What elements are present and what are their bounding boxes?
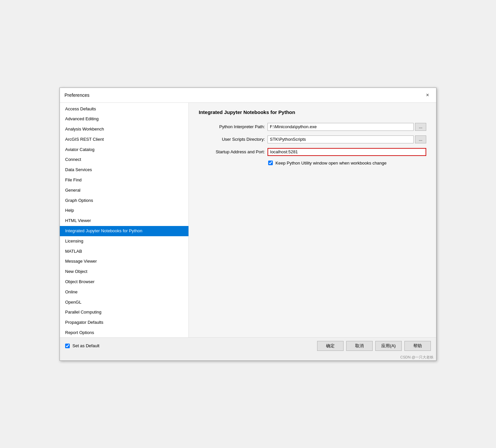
- set-as-default-label: Set as Default: [72, 343, 100, 348]
- preferences-window: Preferences × Access DefaultsAdvanced Ed…: [60, 88, 436, 361]
- user-scripts-label: User Scripts Directory:: [199, 137, 265, 142]
- footer: Set as Default 确定取消应用(A)帮助: [60, 337, 436, 354]
- user-scripts-input[interactable]: [268, 135, 414, 143]
- sidebar-item-13[interactable]: Licensing: [60, 236, 188, 246]
- window-body: Access DefaultsAdvanced EditingAnalysis …: [60, 103, 436, 360]
- user-scripts-browse-button[interactable]: ...: [415, 135, 426, 143]
- apply-button[interactable]: 应用(A): [375, 341, 402, 351]
- sidebar-item-17[interactable]: Object Browser: [60, 277, 188, 287]
- sidebar-item-22[interactable]: Report Options: [60, 328, 188, 337]
- window-title: Preferences: [64, 93, 89, 98]
- keep-window-checkbox[interactable]: [268, 161, 273, 165]
- keep-window-row: Keep Python Utility window open when wor…: [268, 161, 426, 166]
- help-button[interactable]: 帮助: [404, 341, 431, 351]
- sidebar: Access DefaultsAdvanced EditingAnalysis …: [60, 103, 189, 337]
- cancel-button[interactable]: 取消: [346, 341, 373, 351]
- ok-button[interactable]: 确定: [317, 341, 344, 351]
- watermark: CSDN @一只大老铁: [60, 354, 436, 360]
- sidebar-item-8[interactable]: General: [60, 185, 188, 196]
- sidebar-item-10[interactable]: Help: [60, 205, 188, 216]
- sidebar-item-4[interactable]: Aviator Catalog: [60, 145, 188, 155]
- sidebar-item-18[interactable]: Online: [60, 287, 188, 297]
- python-interpreter-label: Python Interpreter Path:: [199, 124, 265, 129]
- sidebar-item-5[interactable]: Connect: [60, 155, 188, 165]
- sidebar-item-20[interactable]: Parallel Computing: [60, 307, 188, 317]
- startup-label: Startup Address and Port:: [199, 149, 265, 154]
- content-area: Access DefaultsAdvanced EditingAnalysis …: [60, 103, 436, 337]
- set-as-default-checkbox[interactable]: [65, 344, 70, 348]
- startup-input-group: [268, 148, 426, 156]
- sidebar-item-0[interactable]: Access Defaults: [60, 104, 188, 114]
- sidebar-item-2[interactable]: Analysis Workbench: [60, 124, 188, 134]
- panel-title: Integrated Jupyter Notebooks for Python: [199, 109, 426, 115]
- python-interpreter-browse-button[interactable]: ...: [415, 123, 426, 131]
- sidebar-item-21[interactable]: Propagator Defaults: [60, 317, 188, 328]
- user-scripts-row: User Scripts Directory: ...: [199, 135, 426, 143]
- sidebar-item-6[interactable]: Data Services: [60, 165, 188, 175]
- python-interpreter-input[interactable]: [268, 123, 414, 131]
- keep-window-label: Keep Python Utility window open when wor…: [275, 161, 387, 166]
- startup-row: Startup Address and Port:: [199, 148, 426, 156]
- user-scripts-input-group: ...: [268, 135, 426, 143]
- python-interpreter-input-group: ...: [268, 123, 426, 131]
- main-panel: Integrated Jupyter Notebooks for Python …: [189, 103, 436, 337]
- sidebar-item-19[interactable]: OpenGL: [60, 297, 188, 308]
- footer-buttons: 确定取消应用(A)帮助: [317, 341, 431, 351]
- sidebar-item-3[interactable]: ArcGIS REST Client: [60, 134, 188, 145]
- sidebar-item-16[interactable]: New Object: [60, 267, 188, 277]
- sidebar-item-9[interactable]: Graph Options: [60, 196, 188, 206]
- python-interpreter-row: Python Interpreter Path: ...: [199, 123, 426, 131]
- title-bar: Preferences ×: [60, 88, 436, 103]
- sidebar-item-1[interactable]: Advanced Editing: [60, 114, 188, 124]
- sidebar-item-7[interactable]: File Find: [60, 175, 188, 185]
- sidebar-item-12[interactable]: Integrated Jupyter Notebooks for Python: [60, 226, 188, 236]
- sidebar-item-15[interactable]: Message Viewer: [60, 256, 188, 267]
- close-button[interactable]: ×: [424, 91, 432, 99]
- sidebar-item-14[interactable]: MATLAB: [60, 246, 188, 257]
- footer-left: Set as Default: [65, 343, 100, 348]
- startup-input[interactable]: [268, 148, 426, 156]
- sidebar-item-11[interactable]: HTML Viewer: [60, 216, 188, 226]
